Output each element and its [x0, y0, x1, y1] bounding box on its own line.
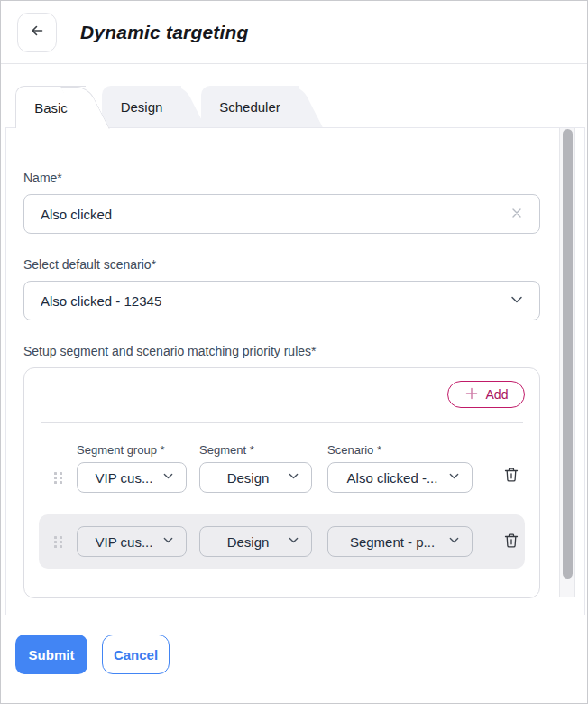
- add-rule-label: Add: [486, 387, 509, 402]
- dynamic-targeting-window: Dynamic targeting Basic Design Scheduler…: [0, 0, 588, 704]
- chevron-down-icon: [161, 533, 175, 550]
- drag-handle-icon[interactable]: [54, 472, 62, 484]
- scenario-column-label: Scenario *: [327, 443, 473, 457]
- default-scenario-select[interactable]: Also clicked - 12345: [23, 281, 540, 320]
- basic-form: Name* Also clicked Select default scenar…: [6, 128, 584, 598]
- cancel-button[interactable]: Cancel: [102, 635, 170, 674]
- back-button[interactable]: [17, 13, 57, 52]
- footer-actions: Submit Cancel: [1, 615, 587, 674]
- default-scenario-value: Also clicked - 12345: [41, 293, 509, 309]
- rule-row-1: Segment group * VIP cus... Segment * Des…: [39, 443, 525, 493]
- tab-scheduler[interactable]: Scheduler: [201, 86, 299, 127]
- tab-basic[interactable]: Basic: [15, 86, 86, 128]
- name-label: Name*: [23, 171, 540, 185]
- segment-select[interactable]: Design: [199, 462, 312, 493]
- scrollbar-thumb[interactable]: [563, 129, 573, 579]
- chevron-down-icon: [161, 469, 175, 486]
- divider: [41, 422, 523, 423]
- default-scenario-label: Select default scenario*: [23, 257, 540, 272]
- add-rule-button[interactable]: Add: [447, 381, 525, 408]
- delete-rule-button[interactable]: [501, 530, 522, 553]
- tab-label: Scheduler: [219, 99, 280, 115]
- trash-icon: [502, 532, 520, 552]
- rules-label: Setup segment and scenario matching prio…: [23, 344, 540, 358]
- plus-icon: [464, 386, 479, 403]
- tab-bar: Basic Design Scheduler: [1, 86, 587, 127]
- trash-icon: [502, 466, 520, 486]
- clear-icon[interactable]: [509, 205, 525, 224]
- chevron-down-icon: [287, 533, 300, 550]
- tab-panel-basic: Name* Also clicked Select default scenar…: [5, 127, 585, 615]
- tab-label: Basic: [34, 100, 68, 116]
- segment-select[interactable]: Design: [199, 526, 312, 557]
- chevron-down-icon: [447, 469, 461, 486]
- tab-label: Design: [121, 99, 163, 115]
- name-value: Also clicked: [41, 207, 509, 222]
- segment-group-column-label: Segment group *: [77, 443, 187, 457]
- scrollbar-track[interactable]: [559, 128, 575, 597]
- scenario-select[interactable]: Segment - p...: [327, 526, 473, 557]
- scenario-select[interactable]: Also clicked -...: [327, 462, 473, 493]
- arrow-left-icon: [28, 22, 46, 42]
- header: Dynamic targeting: [1, 1, 587, 64]
- segment-column-label: Segment *: [199, 443, 312, 457]
- submit-button[interactable]: Submit: [15, 635, 87, 674]
- rules-card: Add Segment group * VIP cus... Segmen: [23, 367, 540, 598]
- chevron-down-icon: [447, 533, 461, 550]
- name-input[interactable]: Also clicked: [23, 194, 540, 234]
- rule-row-2: VIP cus... Design Segment - p...: [39, 514, 525, 569]
- drag-handle-icon[interactable]: [54, 536, 62, 548]
- page-title: Dynamic targeting: [80, 22, 249, 43]
- delete-rule-button[interactable]: [501, 464, 522, 487]
- chevron-down-icon: [287, 469, 300, 486]
- segment-group-select[interactable]: VIP cus...: [77, 526, 187, 557]
- chevron-down-icon: [509, 292, 525, 310]
- tab-design[interactable]: Design: [102, 86, 181, 127]
- segment-group-select[interactable]: VIP cus...: [77, 462, 187, 493]
- rules-card-header: Add: [39, 381, 525, 408]
